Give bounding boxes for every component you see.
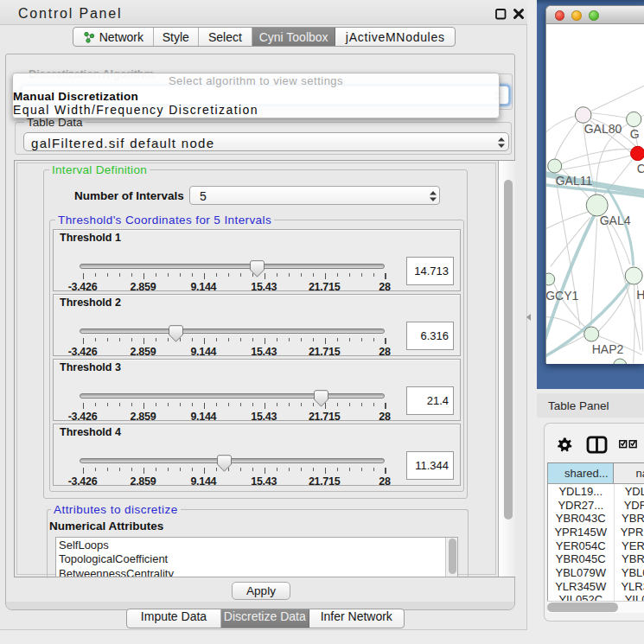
svg-text:GAL80: GAL80 — [584, 121, 622, 135]
svg-text:GCY1: GCY1 — [546, 288, 579, 302]
svg-text:G: G — [630, 126, 640, 140]
svg-text:GAL11: GAL11 — [556, 173, 593, 187]
svg-text:C: C — [637, 161, 644, 175]
svg-text:GAL4: GAL4 — [600, 213, 631, 226]
svg-text:H: H — [636, 288, 644, 302]
svg-text:HAP2: HAP2 — [592, 342, 624, 356]
